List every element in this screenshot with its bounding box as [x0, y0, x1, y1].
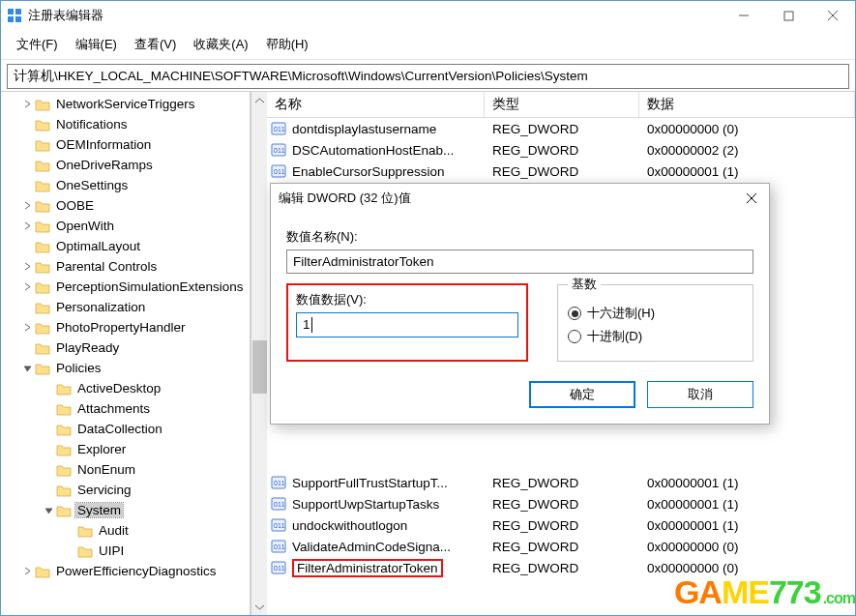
tree-item[interactable]: PerceptionSimulationExtensions — [1, 277, 250, 297]
column-name[interactable]: 名称 — [267, 92, 485, 117]
tree-item[interactable]: DataCollection — [1, 419, 250, 439]
registry-tree[interactable]: NetworkServiceTriggersNotificationsOEMIn… — [1, 92, 251, 615]
svg-text:011: 011 — [274, 147, 285, 154]
menu-edit[interactable]: 编辑(E) — [70, 34, 123, 55]
menu-favorites[interactable]: 收藏夹(A) — [188, 34, 253, 55]
menu-view[interactable]: 查看(V) — [129, 34, 182, 55]
svg-rect-2 — [8, 16, 14, 22]
tree-item[interactable]: OptimalLayout — [1, 236, 250, 256]
svg-text:011: 011 — [274, 522, 285, 529]
scroll-down-icon[interactable] — [251, 599, 267, 615]
tree-item[interactable]: OpenWith — [1, 216, 250, 236]
value-name-field[interactable]: FilterAdministratorToken — [286, 249, 753, 274]
tree-item[interactable]: OEMInformation — [1, 134, 250, 155]
edit-dword-dialog: 编辑 DWORD (32 位)值 数值名称(N): FilterAdminist… — [270, 183, 770, 425]
menu-file[interactable]: 文件(F) — [11, 34, 64, 55]
scroll-thumb[interactable] — [252, 340, 267, 394]
menubar: 文件(F) 编辑(E) 查看(V) 收藏夹(A) 帮助(H) — [1, 30, 855, 60]
tree-item[interactable]: Personalization — [1, 297, 250, 317]
svg-text:011: 011 — [274, 543, 285, 550]
svg-rect-1 — [15, 9, 21, 15]
cancel-button[interactable]: 取消 — [647, 381, 753, 408]
tree-item[interactable]: OneDriveRamps — [1, 155, 250, 175]
value-data-field[interactable]: 1 — [296, 312, 518, 337]
scroll-up-icon[interactable] — [251, 92, 267, 108]
tree-item[interactable]: Explorer — [1, 439, 250, 459]
base-fieldset: 基数 十六进制(H) 十进制(D) — [557, 276, 753, 362]
window-title: 注册表编辑器 — [28, 7, 722, 24]
tree-item[interactable]: NetworkServiceTriggers — [1, 94, 250, 114]
svg-text:011: 011 — [274, 168, 285, 175]
value-data-label: 数值数据(V): — [296, 291, 518, 308]
radio-hex[interactable]: 十六进制(H) — [568, 305, 743, 322]
value-row[interactable]: 011SupportFullTrustStartupT...REG_DWORD0… — [267, 472, 855, 493]
dialog-close-button[interactable] — [742, 189, 761, 208]
tree-item[interactable]: System — [1, 500, 250, 520]
tree-item[interactable]: PowerEfficiencyDiagnostics — [1, 561, 250, 581]
maximize-button[interactable] — [766, 1, 811, 30]
tree-item[interactable]: Parental Controls — [1, 256, 250, 277]
svg-text:011: 011 — [274, 501, 285, 508]
ok-button[interactable]: 确定 — [529, 381, 635, 408]
tree-item[interactable]: Notifications — [1, 114, 250, 134]
value-row[interactable]: 011SupportUwpStartupTasksREG_DWORD0x0000… — [267, 493, 855, 514]
svg-text:011: 011 — [274, 126, 285, 132]
value-row[interactable]: 011EnableCursorSuppressionREG_DWORD0x000… — [267, 161, 855, 182]
path-input[interactable]: 计算机\HKEY_LOCAL_MACHINE\SOFTWARE\Microsof… — [7, 64, 849, 89]
value-row[interactable]: 011DSCAutomationHostEnab...REG_DWORD0x00… — [267, 139, 855, 161]
svg-rect-0 — [8, 9, 14, 15]
column-type[interactable]: 类型 — [485, 92, 639, 117]
tree-item[interactable]: ActiveDesktop — [1, 378, 250, 398]
radio-checked-icon — [568, 307, 581, 320]
tree-item[interactable]: UIPI — [1, 541, 250, 561]
radio-unchecked-icon — [568, 330, 581, 343]
radio-dec[interactable]: 十进制(D) — [568, 328, 743, 345]
svg-rect-5 — [784, 12, 793, 20]
svg-text:011: 011 — [274, 565, 285, 572]
column-data[interactable]: 数据 — [639, 92, 855, 117]
titlebar[interactable]: 注册表编辑器 — [1, 1, 855, 30]
base-legend: 基数 — [568, 276, 601, 293]
tree-item[interactable]: OOBE — [1, 195, 250, 216]
menu-help[interactable]: 帮助(H) — [260, 34, 314, 55]
tree-item[interactable]: PlayReady — [1, 337, 250, 358]
tree-item[interactable]: NonEnum — [1, 459, 250, 480]
list-header[interactable]: 名称 类型 数据 — [267, 92, 855, 118]
tree-item[interactable]: OneSettings — [1, 175, 250, 195]
tree-item[interactable]: Policies — [1, 358, 250, 378]
tree-item[interactable]: Audit — [1, 520, 250, 541]
minimize-button[interactable] — [722, 1, 766, 30]
close-button[interactable] — [811, 1, 855, 30]
value-row[interactable]: 011dontdisplaylastusernameREG_DWORD0x000… — [267, 118, 855, 139]
svg-rect-3 — [15, 16, 21, 22]
tree-item[interactable]: PhotoPropertyHandler — [1, 317, 250, 337]
value-row[interactable]: 011undockwithoutlogonREG_DWORD0x00000001… — [267, 514, 855, 536]
tree-item[interactable]: Attachments — [1, 398, 250, 419]
dialog-title: 编辑 DWORD (32 位)值 — [279, 190, 742, 207]
value-name-label: 数值名称(N): — [286, 228, 753, 246]
value-row[interactable]: 011ValidateAdminCodeSigna...REG_DWORD0x0… — [267, 536, 855, 557]
tree-scrollbar[interactable] — [251, 92, 267, 615]
tree-item[interactable]: Servicing — [1, 480, 250, 500]
app-icon — [7, 8, 22, 23]
value-row[interactable]: 011FilterAdministratorTokenREG_DWORD0x00… — [267, 557, 855, 578]
svg-text:011: 011 — [274, 480, 285, 486]
